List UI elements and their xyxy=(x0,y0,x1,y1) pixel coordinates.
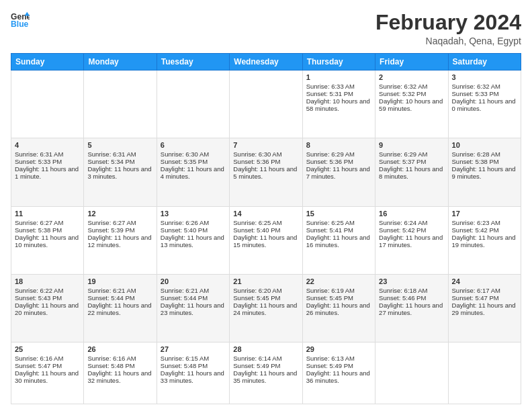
day-info: Sunrise: 6:16 AM xyxy=(87,355,152,362)
day-info: Sunrise: 6:33 AM xyxy=(306,83,371,90)
col-friday: Friday xyxy=(375,54,448,71)
day-info: Daylight: 11 hours and 30 minutes. xyxy=(15,369,80,384)
day-number: 20 xyxy=(161,277,226,285)
day-info: Sunrise: 6:27 AM xyxy=(15,219,80,226)
day-info: Sunset: 5:36 PM xyxy=(306,158,371,165)
day-info: Sunrise: 6:32 AM xyxy=(379,83,444,90)
day-info: Sunrise: 6:29 AM xyxy=(306,150,371,158)
day-number: 12 xyxy=(87,210,152,218)
day-info: Sunrise: 6:30 AM xyxy=(161,150,226,158)
day-info: Daylight: 11 hours and 35 minutes. xyxy=(233,369,298,384)
day-number: 2 xyxy=(379,73,444,81)
day-info: Daylight: 11 hours and 22 minutes. xyxy=(87,302,152,316)
day-info: Daylight: 11 hours and 12 minutes. xyxy=(87,234,152,248)
day-info: Sunrise: 6:25 AM xyxy=(306,219,371,226)
day-info: Sunrise: 6:27 AM xyxy=(87,219,152,226)
day-number: 23 xyxy=(379,277,444,285)
day-info: Sunset: 5:33 PM xyxy=(15,158,80,165)
day-info: Sunrise: 6:32 AM xyxy=(452,83,517,90)
day-info: Sunset: 5:45 PM xyxy=(306,294,371,302)
table-row: 27Sunrise: 6:15 AMSunset: 5:48 PMDayligh… xyxy=(157,342,229,404)
day-info: Sunset: 5:37 PM xyxy=(379,158,444,165)
day-info: Daylight: 11 hours and 36 minutes. xyxy=(306,369,371,384)
day-info: Daylight: 11 hours and 13 minutes. xyxy=(161,234,226,248)
day-info: Sunrise: 6:13 AM xyxy=(306,355,371,362)
day-info: Daylight: 11 hours and 19 minutes. xyxy=(452,234,517,248)
day-number: 16 xyxy=(379,210,444,218)
table-row xyxy=(157,71,229,138)
table-row: 7Sunrise: 6:30 AMSunset: 5:36 PMDaylight… xyxy=(230,138,302,206)
table-row: 23Sunrise: 6:18 AMSunset: 5:46 PMDayligh… xyxy=(375,274,448,342)
day-info: Daylight: 11 hours and 16 minutes. xyxy=(306,234,371,248)
table-row: 18Sunrise: 6:22 AMSunset: 5:43 PMDayligh… xyxy=(11,274,84,342)
day-info: Daylight: 11 hours and 1 minute. xyxy=(15,165,80,180)
table-row xyxy=(11,71,84,138)
calendar-location: Naqadah, Qena, Egypt xyxy=(375,36,521,46)
day-number: 22 xyxy=(306,277,371,285)
table-row: 19Sunrise: 6:21 AMSunset: 5:44 PMDayligh… xyxy=(84,274,157,342)
day-number: 24 xyxy=(452,277,517,285)
day-info: Sunset: 5:33 PM xyxy=(452,90,517,97)
day-info: Daylight: 11 hours and 33 minutes. xyxy=(161,369,226,384)
table-row: 29Sunrise: 6:13 AMSunset: 5:49 PMDayligh… xyxy=(302,342,375,404)
table-row: 12Sunrise: 6:27 AMSunset: 5:39 PMDayligh… xyxy=(84,206,157,274)
table-row xyxy=(230,71,302,138)
day-info: Daylight: 11 hours and 15 minutes. xyxy=(233,234,298,248)
svg-text:Blue: Blue xyxy=(11,19,29,29)
table-row: 10Sunrise: 6:28 AMSunset: 5:38 PMDayligh… xyxy=(448,138,521,206)
table-row xyxy=(448,342,521,404)
calendar-week-row: 18Sunrise: 6:22 AMSunset: 5:43 PMDayligh… xyxy=(11,274,521,342)
table-row: 25Sunrise: 6:16 AMSunset: 5:47 PMDayligh… xyxy=(11,342,84,404)
day-number: 8 xyxy=(306,141,371,149)
day-info: Daylight: 11 hours and 3 minutes. xyxy=(87,165,152,180)
table-row: 15Sunrise: 6:25 AMSunset: 5:41 PMDayligh… xyxy=(302,206,375,274)
day-info: Sunrise: 6:25 AM xyxy=(233,219,298,226)
calendar-week-row: 4Sunrise: 6:31 AMSunset: 5:33 PMDaylight… xyxy=(11,138,521,206)
day-info: Sunrise: 6:23 AM xyxy=(452,219,517,226)
calendar-week-row: 1Sunrise: 6:33 AMSunset: 5:31 PMDaylight… xyxy=(11,71,521,138)
day-info: Sunset: 5:44 PM xyxy=(161,294,226,302)
day-info: Sunrise: 6:17 AM xyxy=(452,287,517,294)
day-info: Sunrise: 6:31 AM xyxy=(15,150,80,158)
day-info: Daylight: 10 hours and 58 minutes. xyxy=(306,97,371,112)
day-number: 14 xyxy=(233,210,298,218)
day-info: Daylight: 11 hours and 27 minutes. xyxy=(379,302,444,316)
day-info: Daylight: 11 hours and 4 minutes. xyxy=(161,165,226,180)
table-row: 6Sunrise: 6:30 AMSunset: 5:35 PMDaylight… xyxy=(157,138,229,206)
day-number: 13 xyxy=(161,210,226,218)
page-header: General Blue February 2024 Naqadah, Qena… xyxy=(11,11,521,46)
day-info: Daylight: 11 hours and 8 minutes. xyxy=(379,165,444,180)
day-number: 15 xyxy=(306,210,371,218)
day-number: 7 xyxy=(233,141,298,149)
day-info: Sunrise: 6:21 AM xyxy=(87,287,152,294)
day-info: Daylight: 10 hours and 59 minutes. xyxy=(379,97,444,112)
day-info: Daylight: 11 hours and 17 minutes. xyxy=(379,234,444,248)
table-row: 26Sunrise: 6:16 AMSunset: 5:48 PMDayligh… xyxy=(84,342,157,404)
day-info: Sunset: 5:41 PM xyxy=(306,226,371,234)
day-number: 11 xyxy=(15,210,80,218)
day-info: Daylight: 11 hours and 9 minutes. xyxy=(452,165,517,180)
day-number: 26 xyxy=(87,345,152,353)
day-info: Sunset: 5:34 PM xyxy=(87,158,152,165)
table-row: 16Sunrise: 6:24 AMSunset: 5:42 PMDayligh… xyxy=(375,206,448,274)
day-info: Sunset: 5:36 PM xyxy=(233,158,298,165)
table-row: 21Sunrise: 6:20 AMSunset: 5:45 PMDayligh… xyxy=(230,274,302,342)
table-row: 22Sunrise: 6:19 AMSunset: 5:45 PMDayligh… xyxy=(302,274,375,342)
table-row: 24Sunrise: 6:17 AMSunset: 5:47 PMDayligh… xyxy=(448,274,521,342)
day-info: Daylight: 11 hours and 26 minutes. xyxy=(306,302,371,316)
day-info: Sunrise: 6:19 AM xyxy=(306,287,371,294)
day-info: Sunset: 5:40 PM xyxy=(233,226,298,234)
table-row: 11Sunrise: 6:27 AMSunset: 5:38 PMDayligh… xyxy=(11,206,84,274)
day-info: Sunrise: 6:16 AM xyxy=(15,355,80,362)
day-info: Sunrise: 6:24 AM xyxy=(379,219,444,226)
day-info: Sunrise: 6:15 AM xyxy=(161,355,226,362)
day-info: Sunset: 5:38 PM xyxy=(452,158,517,165)
day-info: Sunrise: 6:26 AM xyxy=(161,219,226,226)
calendar-week-row: 11Sunrise: 6:27 AMSunset: 5:38 PMDayligh… xyxy=(11,206,521,274)
col-wednesday: Wednesday xyxy=(230,54,302,71)
day-info: Sunset: 5:40 PM xyxy=(161,226,226,234)
day-info: Sunset: 5:32 PM xyxy=(379,90,444,97)
day-number: 10 xyxy=(452,141,517,149)
day-info: Sunset: 5:46 PM xyxy=(379,294,444,302)
day-info: Sunset: 5:35 PM xyxy=(161,158,226,165)
